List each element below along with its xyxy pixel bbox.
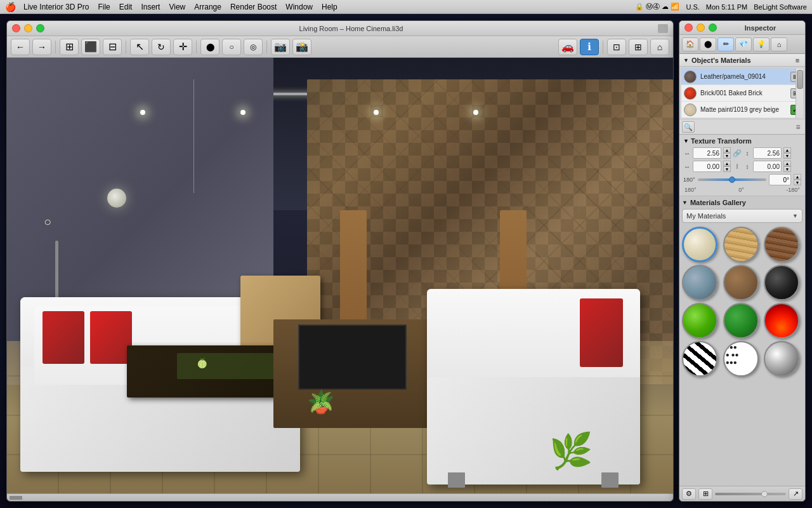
- inspector-tab-light[interactable]: 💡: [753, 37, 769, 51]
- offset-y-stepper[interactable]: ▲ ▼: [783, 161, 791, 172]
- angle-down[interactable]: ▼: [794, 180, 801, 185]
- floorplan-button[interactable]: ⊞: [60, 39, 79, 55]
- rotate-tool[interactable]: ↻: [152, 39, 171, 55]
- gallery-dropdown[interactable]: My Materials ▼: [682, 209, 802, 223]
- offset-x-input[interactable]: [693, 161, 721, 172]
- angle-slider[interactable]: [698, 178, 766, 181]
- menu-insert[interactable]: Insert: [141, 3, 160, 11]
- menu-arrange[interactable]: Arrange: [194, 3, 221, 11]
- inspector-export-btn[interactable]: ↗: [789, 488, 802, 500]
- 3d-view-button[interactable]: ⬛: [81, 39, 100, 55]
- menu-file[interactable]: File: [98, 3, 110, 11]
- objects-materials-title: Object's Materials: [691, 57, 751, 64]
- back-button[interactable]: ←: [11, 39, 30, 55]
- section-arrow: ▼: [683, 57, 689, 64]
- angle-input[interactable]: [769, 174, 791, 185]
- material-actions-menu[interactable]: ≡: [794, 123, 802, 131]
- offset-x-down[interactable]: ▼: [723, 166, 731, 172]
- car-button[interactable]: 🚗: [558, 39, 577, 55]
- menu-render-boost[interactable]: Render Boost: [230, 3, 277, 11]
- inspector-minimize-button[interactable]: [697, 23, 705, 32]
- offset-y-down[interactable]: ▼: [783, 166, 791, 172]
- camera-tool[interactable]: 📷: [271, 39, 290, 55]
- scale-y-input[interactable]: 2.56: [753, 147, 782, 159]
- select-tool[interactable]: ↖: [130, 39, 149, 55]
- scale-y-label: ↕: [743, 150, 751, 157]
- gallery-item-fire[interactable]: [764, 303, 799, 338]
- gallery-item-wood-dark[interactable]: [764, 227, 799, 262]
- angle-up[interactable]: ▲: [794, 174, 801, 180]
- scale-x-down[interactable]: ▼: [723, 153, 731, 159]
- material-name-0: Leather/pamela_09014: [700, 73, 787, 80]
- maximize-button[interactable]: [36, 24, 44, 32]
- toolbar-separator-4: [266, 41, 267, 53]
- inspector-view-btn[interactable]: ⊞: [698, 488, 712, 500]
- gallery-item-cream[interactable]: [682, 227, 717, 262]
- inspector-titlebar: Inspector: [679, 21, 805, 35]
- offset-x-up[interactable]: ▲: [723, 161, 731, 166]
- gallery-item-stone[interactable]: [682, 265, 717, 300]
- split-view-button[interactable]: ⊟: [103, 39, 122, 55]
- window-title: Living Room – Home Cinema.li3d: [48, 25, 654, 32]
- section-menu-icon[interactable]: ≡: [794, 57, 801, 64]
- gallery-item-zebra[interactable]: [682, 341, 717, 377]
- inspector-zoom-slider[interactable]: [715, 493, 786, 495]
- material-item-1[interactable]: Brick/001 Baked Brick ⊞: [681, 85, 803, 102]
- material-search-btn[interactable]: 🔍: [682, 121, 695, 133]
- layout-btn-2[interactable]: ⊞: [629, 39, 648, 55]
- scale-x-up[interactable]: ▲: [723, 147, 731, 153]
- gallery-item-green-bright[interactable]: [682, 303, 717, 338]
- sphere-tool[interactable]: ⬤: [200, 39, 219, 55]
- scale-y-up[interactable]: ▲: [783, 147, 791, 153]
- gallery-item-brown[interactable]: [723, 265, 759, 300]
- angle-stepper[interactable]: ▲ ▼: [794, 174, 801, 185]
- menu-window[interactable]: Window: [285, 3, 313, 11]
- scrollbar-thumb[interactable]: [797, 70, 803, 89]
- inspector-settings-btn[interactable]: ⚙: [682, 488, 696, 500]
- menu-edit[interactable]: Edit: [119, 3, 133, 11]
- forward-button[interactable]: →: [32, 39, 51, 55]
- scale-link-icon[interactable]: 🔗: [733, 149, 742, 157]
- material-item-2[interactable]: Matte paint/1019 grey beige ✓: [681, 102, 803, 118]
- scale-x-input[interactable]: 2.56: [693, 147, 721, 159]
- offset-y-input[interactable]: [753, 161, 782, 172]
- layout-btn-3[interactable]: ⌂: [650, 39, 669, 55]
- inspector-zoom-thumb[interactable]: [761, 491, 768, 497]
- close-button[interactable]: [12, 24, 20, 32]
- inspector-close-button[interactable]: [684, 23, 693, 32]
- offset-x-stepper[interactable]: ▲ ▼: [723, 161, 731, 172]
- offset-y-up[interactable]: ▲: [783, 161, 791, 166]
- apple-menu[interactable]: 🍎: [5, 2, 16, 12]
- inspector-tab-material[interactable]: ✏: [717, 37, 734, 51]
- ring-tool[interactable]: ○: [222, 39, 241, 55]
- menu-view[interactable]: View: [169, 3, 185, 11]
- minimize-button[interactable]: [24, 24, 32, 32]
- photo-tool[interactable]: 📸: [292, 39, 311, 55]
- bottom-handle[interactable]: [10, 496, 22, 500]
- inspector-tab-home[interactable]: 🏠: [682, 37, 698, 51]
- gallery-item-spots[interactable]: ●●●● ●●●●●: [723, 341, 759, 377]
- info-button[interactable]: ℹ: [580, 39, 599, 55]
- scale-y-down[interactable]: ▼: [783, 153, 791, 159]
- move-tool[interactable]: ✛: [173, 39, 192, 55]
- gallery-item-wood-light[interactable]: [723, 227, 759, 262]
- scale-y-stepper[interactable]: ▲ ▼: [783, 147, 791, 159]
- disc-tool[interactable]: ◎: [244, 39, 263, 55]
- angle-slider-thumb[interactable]: [729, 177, 735, 183]
- menu-app[interactable]: Live Interior 3D Pro: [23, 3, 89, 11]
- window-titlebar: Living Room – Home Cinema.li3d: [7, 21, 673, 36]
- gallery-item-chrome[interactable]: [764, 341, 799, 377]
- layout-btn-1[interactable]: ⊡: [607, 39, 626, 55]
- inspector-tab-room[interactable]: ⌂: [771, 37, 787, 51]
- scale-x-stepper[interactable]: ▲ ▼: [723, 147, 731, 159]
- inspector-tab-object[interactable]: ⬤: [700, 37, 716, 51]
- gallery-item-green-dark[interactable]: [723, 303, 759, 338]
- gallery-item-black[interactable]: [764, 265, 799, 300]
- material-item-0[interactable]: Leather/pamela_09014 ⊞: [681, 69, 803, 85]
- material-scrollbar[interactable]: [796, 69, 803, 118]
- inspector-tab-texture[interactable]: 💎: [735, 37, 752, 51]
- window-resize-handle[interactable]: [658, 24, 668, 33]
- viewport-content: 🍈 🪴 🌿: [7, 58, 673, 493]
- menu-help[interactable]: Help: [322, 3, 337, 11]
- inspector-maximize-button[interactable]: [709, 23, 717, 32]
